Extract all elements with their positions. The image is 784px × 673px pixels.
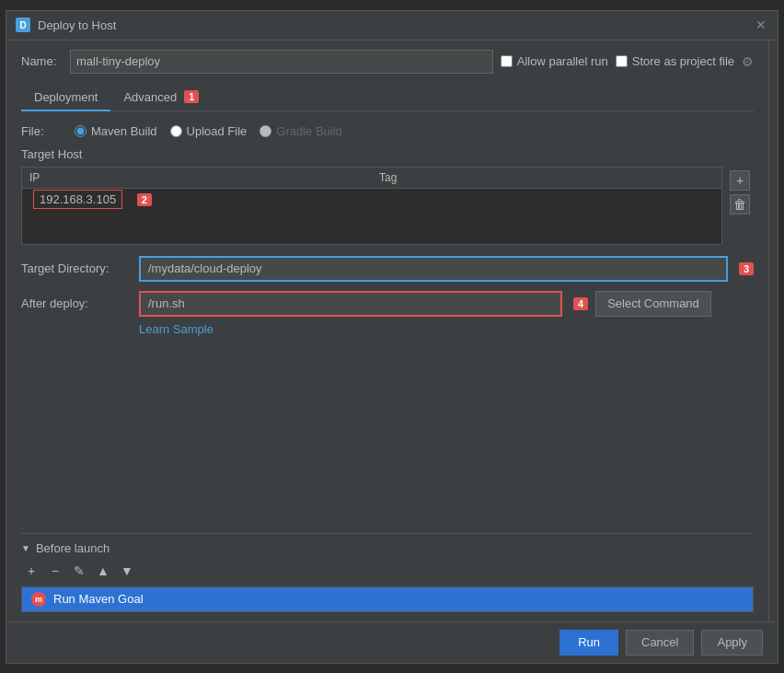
main-panel: Name: Allow parallel run Store as projec… [6,41,768,621]
tag-header: Tag [372,168,721,188]
maven-build-option[interactable]: Maven Build [75,124,157,138]
allow-parallel-label: Allow parallel run [501,54,608,68]
tag-cell [372,195,721,203]
before-launch-title: Before launch [36,541,110,555]
name-input[interactable] [70,50,493,74]
target-host-label: Target Host [21,147,754,161]
target-host-table-inner: IP Tag 192.168.3.105 2 [21,167,722,245]
launch-list-item[interactable]: m Run Maven Goal [22,587,753,611]
tabs: Deployment Advanced 1 [21,85,754,111]
upload-file-radio[interactable] [170,125,182,137]
gradle-build-option: Gradle Build [259,124,342,138]
select-command-button[interactable]: Select Command [595,291,711,317]
remove-host-button[interactable]: 🗑 [730,194,750,215]
allow-parallel-checkbox[interactable] [501,55,513,67]
table-controls: + 🗑 [726,167,754,218]
title-bar: D Deploy to Host ✕ [6,11,778,41]
launch-list: m Run Maven Goal [21,586,754,612]
target-host-table: IP Tag 192.168.3.105 2 [21,167,722,256]
bottom-bar: Run Cancel Apply [6,621,778,663]
cancel-button[interactable]: Cancel [626,630,694,656]
maven-icon: m [31,592,46,607]
app-icon: D [16,17,30,32]
ip-cell-wrap: 192.168.3.105 2 [22,189,372,210]
launch-item-label: Run Maven Goal [53,592,144,606]
target-host-section: IP Tag 192.168.3.105 2 [21,167,754,256]
run-button[interactable]: Run [559,630,618,656]
deploy-to-host-dialog: D Deploy to Host ✕ Name: Allow parallel … [6,10,778,664]
store-project-checkbox[interactable] [616,55,628,67]
name-label: Name: [21,54,63,68]
close-button[interactable]: ✕ [754,17,768,32]
after-deploy-badge: 4 [573,297,588,310]
collapse-icon[interactable]: ▼ [21,543,30,553]
maven-build-radio[interactable] [75,125,86,137]
title-bar-left: D Deploy to Host [16,17,116,32]
launch-add-button[interactable]: + [21,561,41,581]
launch-toolbar: + − ✎ ▲ ▼ [21,561,754,581]
launch-move-down-button[interactable]: ▼ [117,561,137,581]
gear-icon[interactable]: ⚙ [742,54,754,69]
table-row: 192.168.3.105 2 [22,189,721,210]
table-header: IP Tag [22,168,721,189]
ip-header: IP [22,168,372,188]
header-right: Allow parallel run Store as project file… [501,54,754,69]
before-launch-header: ▼ Before launch [21,541,754,555]
target-dir-badge: 3 [739,262,754,275]
upload-file-option[interactable]: Upload File [170,124,248,138]
file-row: File: Maven Build Upload File Gradle Bui… [21,124,754,138]
learn-sample-link[interactable]: Learn Sample [139,322,754,336]
target-dir-input[interactable] [139,256,728,282]
after-deploy-label: After deploy: [21,296,132,310]
launch-move-up-button[interactable]: ▲ [93,561,113,581]
file-radio-group: Maven Build Upload File Gradle Build [75,124,342,138]
tab-advanced[interactable]: Advanced 1 [110,85,212,111]
table-body: 192.168.3.105 2 [22,189,721,244]
store-project-label: Store as project file [616,54,734,68]
name-row: Name: Allow parallel run Store as projec… [21,50,754,74]
launch-remove-button[interactable]: − [45,561,65,581]
ip-value: 192.168.3.105 [33,190,122,209]
gradle-build-radio [259,125,271,137]
launch-edit-button[interactable]: ✎ [69,561,89,581]
content-area: Name: Allow parallel run Store as projec… [6,41,778,621]
dialog-title: Deploy to Host [38,18,116,32]
tab-deployment[interactable]: Deployment [21,85,110,111]
add-host-button[interactable]: + [730,170,750,191]
after-deploy-input[interactable] [139,291,562,317]
advanced-badge: 1 [184,90,199,103]
before-launch-section: ▼ Before launch + − ✎ ▲ ▼ m Run Maven Go… [21,533,754,612]
target-dir-label: Target Directory: [21,261,132,275]
scrollbar[interactable] [768,41,778,621]
target-dir-row: Target Directory: 3 [21,256,754,282]
ip-badge: 2 [137,193,152,206]
file-label: File: [21,124,67,138]
apply-button[interactable]: Apply [701,630,763,656]
after-deploy-row: After deploy: 4 Select Command [21,291,754,317]
